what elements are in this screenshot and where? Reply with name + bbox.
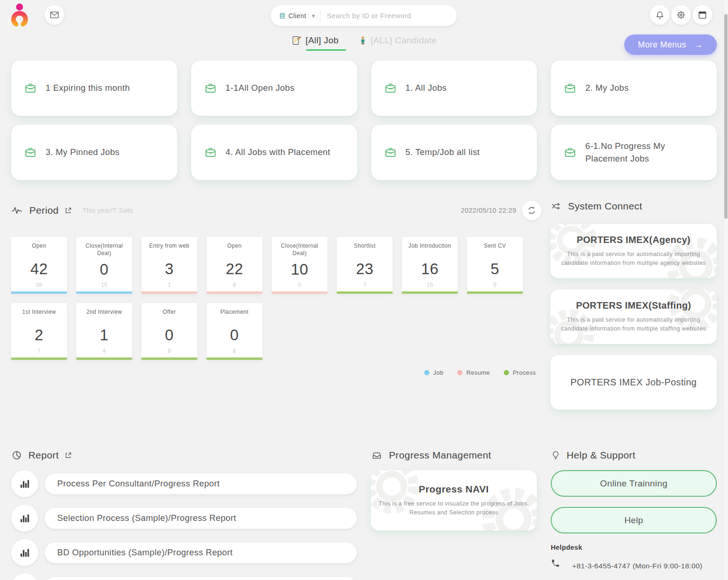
stat-tile[interactable]: Close(Internal Deal) 10 0 (272, 237, 327, 294)
stat-category-bar (141, 357, 197, 360)
stat-tile[interactable]: Open 42 38 (11, 237, 67, 294)
stat-category-bar (76, 291, 132, 294)
calendar-button[interactable] (693, 5, 712, 25)
job-document-icon (291, 35, 301, 46)
tab-row: [All] Job [ALL] Candidate More Menus → (0, 30, 728, 57)
help-support-section: Help & Support Online Trainning Help Hel… (551, 450, 717, 580)
scrollbar-thumb[interactable] (724, 14, 728, 219)
stat-tile[interactable]: Entry from web 3 1 (141, 237, 197, 294)
job-card-label: 5. Temp/Job all list (406, 146, 480, 159)
report-link[interactable]: Monthly Revenue /Progress Report (45, 577, 357, 580)
help-button[interactable]: Help (551, 507, 717, 533)
stat-category-bar (207, 291, 262, 294)
report-chart-button[interactable] (11, 573, 38, 580)
legend-dot-process (504, 370, 509, 375)
stat-category-bar (467, 291, 523, 294)
scrollbar[interactable] (723, 0, 728, 580)
stat-sub-value: 15 (101, 282, 107, 288)
stat-label: Close(Internal Deal) (272, 237, 327, 257)
top-bar: Client ▼ (0, 0, 728, 30)
stat-label: 1st Interview (20, 303, 59, 323)
job-menu-card[interactable]: 3. My Pinned Jobs (11, 125, 177, 180)
arrow-right-icon: → (694, 40, 703, 50)
search-category-select[interactable]: Client (271, 12, 311, 20)
legend-dot-job (424, 370, 429, 375)
progress-management-title: Progress Management (389, 450, 491, 461)
tab-all-job[interactable]: [All] Job (291, 35, 339, 46)
search-input[interactable] (321, 12, 457, 20)
online-training-button[interactable]: Online Trainning (551, 470, 717, 497)
stat-sub-value: 38 (36, 282, 42, 288)
job-menu-card[interactable]: 1-1All Open Jobs (191, 61, 357, 116)
stat-value: 10 (291, 257, 308, 282)
stat-value: 5 (491, 256, 500, 282)
refresh-button[interactable] (522, 201, 541, 220)
job-menu-card[interactable]: 2. My Jobs (551, 61, 717, 116)
card-description: This is a paid service for automatically… (558, 316, 709, 334)
stat-tile[interactable]: Open 22 6 (207, 237, 262, 294)
job-menu-card[interactable]: 4. All Jobs with Placement (191, 125, 357, 180)
stat-tile[interactable]: Sent CV 5 9 (467, 237, 523, 294)
imex-job-posting-card[interactable]: PORTERS IMEX Job-Posting (550, 355, 717, 410)
stat-sub-value: 7 (37, 348, 40, 354)
job-card-label: 1 Expiring this month (46, 82, 130, 94)
imex-staffing-card[interactable]: PORTERS IMEX(Staffing) This is a paid se… (550, 290, 717, 344)
stat-tile[interactable]: 1st Interview 2 7 (11, 303, 67, 360)
imex-agency-card[interactable]: PORTERS IMEX(Agency) This is a paid serv… (550, 224, 717, 278)
job-menu-card[interactable]: 6-1.No Progress My Placement Jobs (551, 125, 717, 180)
stat-tile[interactable]: 2nd Interview 1 4 (76, 303, 132, 360)
more-menus-button[interactable]: More Menus → (624, 34, 717, 55)
stat-tile[interactable]: Job Introduction 16 15 (402, 237, 458, 294)
more-menus-label: More Menus (638, 40, 686, 50)
job-menu-card[interactable]: 1. All Jobs (371, 61, 537, 116)
stat-category-bar (272, 291, 327, 294)
briefcase-icon (384, 146, 397, 159)
legend: Job Resume Process (11, 369, 536, 376)
settings-button[interactable] (671, 5, 691, 25)
tab-all-candidate[interactable]: [ALL] Candidate (359, 35, 437, 46)
helpdesk-phone[interactable]: +81-3-6455-4747 (Mon-Fri 9:00-18:00) (572, 559, 707, 574)
job-menu-card[interactable]: 5. Temp/Job all list (371, 125, 537, 180)
stat-sub-value: 8 (167, 348, 171, 354)
chevron-down-icon[interactable]: ▼ (311, 13, 320, 19)
report-link[interactable]: BD Opportunities (Sample)/Progress Repor… (45, 542, 357, 563)
calendar-icon (697, 10, 708, 20)
job-card-label: 4. All Jobs with Placement (226, 146, 330, 159)
phone-icon (551, 559, 560, 568)
stat-sub-value: 0 (298, 282, 301, 288)
stat-category-bar (207, 357, 262, 360)
stat-tile[interactable]: Offer 0 8 (141, 303, 197, 360)
inbox-tray-icon (371, 450, 383, 461)
stat-category-bar (11, 357, 67, 360)
mail-button[interactable] (45, 5, 64, 25)
notifications-button[interactable] (650, 5, 669, 25)
report-link[interactable]: Selection Process (Sample)/Progress Repo… (45, 508, 357, 529)
external-link-icon[interactable] (65, 452, 72, 459)
stat-tile[interactable]: Placement 0 6 (207, 303, 262, 360)
pie-chart-icon (11, 450, 22, 461)
progress-navi-card[interactable]: Progress NAVI This is a free service to … (371, 470, 537, 531)
period-stats: Open 42 38 Close(Internal Deal) 0 15 Ent… (11, 237, 523, 360)
report-chart-button[interactable] (11, 539, 38, 566)
stat-tile[interactable]: Shortlist 23 7 (337, 237, 393, 294)
stat-value: 2 (35, 323, 44, 348)
global-search: Client ▼ (271, 5, 457, 26)
app-logo[interactable] (9, 3, 30, 31)
stat-value: 23 (356, 256, 374, 282)
last-updated-timestamp: 2022/05/10 22:29 (461, 207, 516, 214)
stat-tile[interactable]: Close(Internal Deal) 0 15 (76, 237, 132, 294)
stat-value: 3 (165, 256, 174, 282)
building-icon (279, 13, 286, 19)
report-list-item: Monthly Revenue /Progress Report (11, 573, 357, 580)
stat-label: Open (29, 237, 49, 256)
report-chart-button[interactable] (11, 505, 38, 532)
report-list-item: Process Per Consultant/Progress Report (11, 470, 357, 497)
stat-value: 1 (100, 323, 109, 348)
stat-category-bar (337, 291, 393, 294)
job-menu-card[interactable]: 1 Expiring this month (11, 61, 177, 116)
report-link[interactable]: Process Per Consultant/Progress Report (45, 473, 357, 494)
external-link-icon[interactable] (65, 207, 72, 214)
tab-label: [All] Job (306, 35, 339, 46)
briefcase-icon (24, 82, 37, 94)
report-chart-button[interactable] (11, 470, 38, 497)
